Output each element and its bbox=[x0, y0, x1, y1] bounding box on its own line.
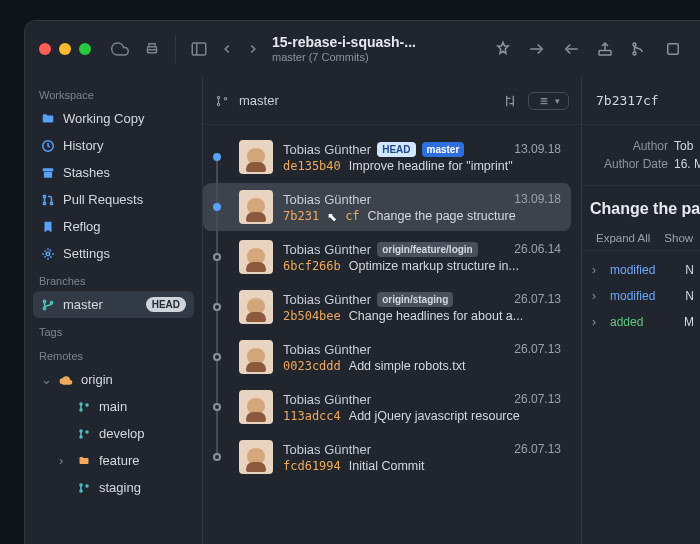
avatar bbox=[239, 290, 273, 324]
sidebar-branch-master[interactable]: master HEAD bbox=[33, 291, 194, 318]
push-icon[interactable] bbox=[596, 40, 614, 58]
minimize-window[interactable] bbox=[59, 43, 71, 55]
sidebar-remote-feature[interactable]: › feature bbox=[51, 447, 194, 474]
repo-title-block[interactable]: 15-rebase-i-squash-... master (7 Commits… bbox=[272, 34, 494, 64]
commit-date: 26.07.13 bbox=[514, 292, 561, 306]
svg-point-19 bbox=[86, 404, 88, 406]
commit-author: Tobias Günther bbox=[283, 442, 371, 457]
commit-message: Initial Commit bbox=[349, 459, 425, 473]
avatar bbox=[239, 440, 273, 474]
commit-row[interactable]: Tobias Günther HEADmaster 13.09.18 de135… bbox=[203, 133, 571, 181]
commit-author: Tobias Günther bbox=[283, 142, 371, 157]
expand-all-button[interactable]: Expand All bbox=[596, 232, 650, 244]
sidebar-toggle-icon[interactable] bbox=[190, 40, 208, 58]
commit-date: 26.06.14 bbox=[514, 242, 561, 256]
commit-row[interactable]: Tobias Günther origin/feature/login 26.0… bbox=[203, 233, 571, 281]
meta-value: Tob bbox=[674, 139, 693, 153]
compare-icon[interactable] bbox=[502, 93, 518, 109]
pull-icon[interactable] bbox=[562, 40, 580, 58]
sidebar-item-label: feature bbox=[99, 453, 139, 468]
commit-row[interactable]: Tobias Günther origin/staging 26.07.13 2… bbox=[203, 283, 571, 331]
sidebar-item-working-copy[interactable]: Working Copy bbox=[33, 105, 194, 132]
commit-row[interactable]: Tobias Günther 26.07.13 fcd61994 Initial… bbox=[203, 433, 571, 481]
file-name: N bbox=[685, 263, 694, 277]
sidebar-item-label: Settings bbox=[63, 246, 110, 261]
quickaction-icon[interactable] bbox=[494, 40, 512, 58]
commit-row[interactable]: Tobias Günther 13.09.18 7b231⬉cf Change … bbox=[203, 183, 571, 231]
sidebar-item-reflog[interactable]: Reflog bbox=[33, 213, 194, 240]
ref-tag: HEAD bbox=[377, 142, 415, 157]
commit-hash: 0023cddd bbox=[283, 359, 341, 373]
sidebar-item-label: History bbox=[63, 138, 103, 153]
commit-hash: 113adcc4 bbox=[283, 409, 341, 423]
sidebar-remote-origin[interactable]: ⌄ origin bbox=[33, 366, 194, 393]
nav-back[interactable] bbox=[220, 42, 234, 56]
sidebar-item-pull-requests[interactable]: Pull Requests bbox=[33, 186, 194, 213]
sidebar-remote-develop[interactable]: develop bbox=[51, 420, 194, 447]
branch-icon bbox=[77, 481, 91, 495]
stash-icon[interactable] bbox=[664, 40, 682, 58]
section-workspace: Workspace bbox=[33, 81, 194, 105]
file-row[interactable]: › modified N bbox=[586, 257, 700, 283]
commit-row[interactable]: Tobias Günther 26.07.13 0023cddd Add sim… bbox=[203, 333, 571, 381]
show-button[interactable]: Show bbox=[664, 232, 693, 244]
file-status: modified bbox=[610, 263, 655, 277]
file-row[interactable]: › modified N bbox=[586, 283, 700, 309]
branch-icon bbox=[215, 94, 229, 108]
svg-point-22 bbox=[86, 431, 88, 433]
svg-point-14 bbox=[43, 300, 45, 302]
repo-title: 15-rebase-i-squash-... bbox=[272, 34, 422, 51]
cloud-icon[interactable] bbox=[111, 40, 129, 58]
sidebar-item-history[interactable]: History bbox=[33, 132, 194, 159]
commit-message: Improve headline for "imprint" bbox=[349, 159, 513, 173]
commit-date: 13.09.18 bbox=[514, 142, 561, 156]
close-window[interactable] bbox=[39, 43, 51, 55]
commit-hash: 6bcf266b bbox=[283, 259, 341, 273]
sidebar-item-stashes[interactable]: Stashes bbox=[33, 159, 194, 186]
svg-point-26 bbox=[217, 96, 219, 98]
merge-icon[interactable] bbox=[630, 40, 648, 58]
pull-request-icon bbox=[41, 193, 55, 207]
commit-hash: 7b231 bbox=[283, 209, 319, 223]
view-options[interactable]: ▾ bbox=[528, 92, 569, 110]
titlebar: 15-rebase-i-squash-... master (7 Commits… bbox=[25, 21, 700, 77]
fetch-icon[interactable] bbox=[528, 40, 546, 58]
folder-icon bbox=[41, 112, 55, 126]
cloud-icon bbox=[59, 373, 73, 387]
sidebar-remote-main[interactable]: main bbox=[51, 393, 194, 420]
svg-rect-8 bbox=[43, 168, 54, 171]
commit-date: 26.07.13 bbox=[514, 342, 561, 356]
chevron-right-icon: › bbox=[592, 289, 602, 303]
sidebar-remote-staging[interactable]: staging bbox=[51, 474, 194, 501]
svg-point-15 bbox=[43, 307, 45, 309]
commit-date: 26.07.13 bbox=[514, 392, 561, 406]
avatar bbox=[239, 190, 273, 224]
svg-point-12 bbox=[50, 202, 52, 204]
commit-author: Tobias Günther bbox=[283, 292, 371, 307]
svg-point-10 bbox=[43, 195, 45, 197]
commit-message: Change headlines for about a... bbox=[349, 309, 523, 323]
svg-point-25 bbox=[86, 485, 88, 487]
file-row[interactable]: › added M bbox=[586, 309, 700, 335]
commit-row[interactable]: Tobias Günther 26.07.13 113adcc4 Add jQu… bbox=[203, 383, 571, 431]
avatar bbox=[239, 140, 273, 174]
svg-point-27 bbox=[217, 103, 219, 105]
details-title: Change the pag bbox=[582, 185, 700, 226]
commit-details: 7b2317cf AuthorTob Author Date16. M Chan… bbox=[582, 77, 700, 544]
commit-message: Optimize markup structure in... bbox=[349, 259, 519, 273]
filter-branch-name[interactable]: master bbox=[239, 93, 279, 108]
file-name: M bbox=[684, 315, 694, 329]
archive-icon bbox=[41, 166, 55, 180]
clock-icon bbox=[41, 139, 55, 153]
graph-node bbox=[213, 303, 221, 311]
svg-point-16 bbox=[50, 301, 52, 303]
printer-icon[interactable] bbox=[143, 40, 161, 58]
nav-forward[interactable] bbox=[246, 42, 260, 56]
sidebar-item-label: Reflog bbox=[63, 219, 101, 234]
sidebar-item-settings[interactable]: Settings bbox=[33, 240, 194, 267]
graph-node bbox=[213, 353, 221, 361]
svg-point-4 bbox=[633, 43, 636, 46]
cursor-icon: ⬉ bbox=[327, 210, 337, 223]
zoom-window[interactable] bbox=[79, 43, 91, 55]
file-list: › modified N› modified N› added M bbox=[582, 251, 700, 341]
